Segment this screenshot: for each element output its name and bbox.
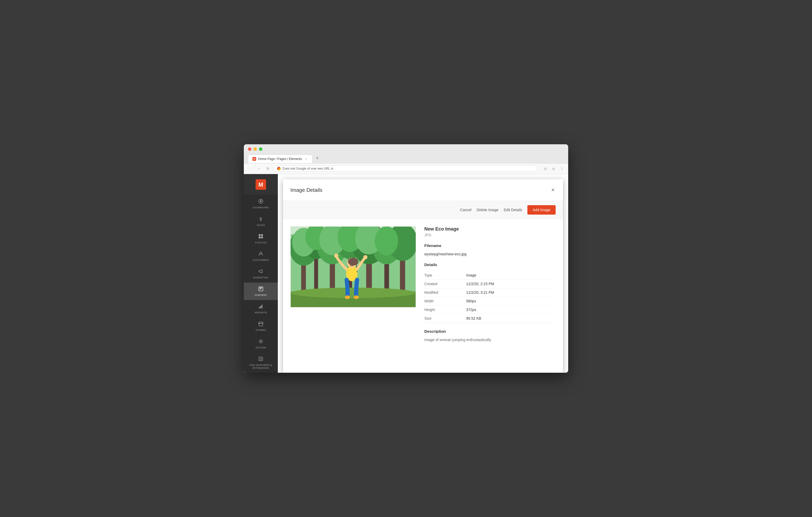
forward-button[interactable]: → [256,165,262,172]
google-icon [277,167,281,171]
sidebar-item-catalog[interactable]: CATALOG [244,230,278,247]
sidebar: M DASHBOARD $ [244,174,278,373]
detail-row-width: Width 580px [424,297,556,306]
refresh-button[interactable]: ↻ [265,165,271,172]
minimize-window-button[interactable] [254,147,257,151]
address-text: Zoek met Google of voer een URL in [282,167,333,171]
size-value: 95.52 KB [466,316,481,321]
sidebar-item-customers[interactable]: CUSTOMERS [244,247,278,265]
svg-rect-9 [261,237,263,238]
sidebar-item-reports[interactable]: REPORTS [244,300,278,317]
delete-image-button[interactable]: Delete Image [476,208,498,212]
image-details-modal: Image Details × Cancel Delete Image Edit… [283,179,563,373]
image-type: JPG [424,233,556,237]
tab-favicon: M [253,157,256,161]
details-section: Details Type Image Created 11/2/20, 2:15… [424,263,556,323]
width-value: 580px [466,299,476,303]
svg-rect-12 [260,287,262,288]
svg-rect-13 [260,289,261,290]
browser-tabs: M Home Page / Pages / Elements × + [248,153,564,163]
marketing-icon [258,269,263,275]
address-bar[interactable]: Zoek met Google of voer een URL in [273,165,537,172]
svg-rect-8 [259,237,261,238]
menu-button[interactable]: ⋮ [559,165,565,172]
sidebar-item-stores[interactable]: STORES [244,317,278,335]
maximize-window-button[interactable] [259,147,262,151]
app-container: M DASHBOARD $ [244,174,568,373]
type-value: Image [466,273,476,277]
modal-body: New Eco Image JPG Filename wysiwyg/new/n… [283,219,563,373]
back-button[interactable]: ← [247,165,253,172]
svg-rect-6 [259,234,261,236]
sidebar-item-system[interactable]: SYSTEM [244,335,278,353]
svg-text:M: M [258,181,263,188]
browser-actions: ◇ ☺ ⋮ [542,165,565,172]
browser-window: M Home Page / Pages / Elements × + ← → ↻… [244,144,568,373]
sidebar-item-label-marketing: MARKETING [253,276,268,279]
svg-text:$: $ [260,217,262,221]
modal-header: Image Details × [283,179,563,201]
sidebar-item-label-dashboard: DASHBOARD [253,206,269,209]
image-details: New Eco Image JPG Filename wysiwyg/new/n… [424,226,556,365]
image-name: New Eco Image [424,226,556,232]
sidebar-item-marketing[interactable]: MARKETING [244,265,278,282]
sidebar-item-label-catalog: CATALOG [255,241,267,244]
tab-title: Home Page / Pages / Elements [258,157,302,161]
modified-label: Modified [424,291,466,295]
svg-rect-16 [262,305,262,308]
svg-point-18 [260,341,262,342]
detail-row-type: Type Image [424,271,556,280]
cancel-button[interactable]: Cancel [460,208,472,212]
svg-rect-53 [291,226,416,307]
detail-row-height: Height 372px [424,306,556,314]
filename-label: Filename [424,243,556,249]
svg-point-3 [260,201,262,202]
magento-logo-icon: M [256,179,266,190]
browser-tab-active[interactable]: M Home Page / Pages / Elements × [248,154,313,163]
system-icon [258,339,263,345]
sidebar-logo: M [244,174,278,195]
browser-addressbar: ← → ↻ Zoek met Google of voer een URL in… [244,163,568,174]
sidebar-item-dashboard[interactable]: DASHBOARD [244,195,278,213]
sidebar-item-label-partners: FIND PARTNERS & EXTENSIONS [246,364,276,370]
tab-close-button[interactable]: × [304,157,308,161]
reports-icon [258,304,263,310]
new-tab-button[interactable]: + [313,153,322,163]
modal-toolbar: Cancel Delete Image Edit Details Add Ima… [283,201,563,219]
svg-rect-17 [259,323,263,326]
created-value: 11/2/20, 2:15 PM [466,282,494,286]
details-section-title: Details [424,263,556,268]
sidebar-item-label-customers: CUSTOMERS [253,259,269,262]
description-section-title: Description [424,329,556,335]
svg-point-20 [260,358,262,360]
profile-button[interactable]: ☺ [550,165,557,172]
width-label: Width [424,299,466,303]
height-label: Height [424,308,466,312]
svg-rect-7 [261,234,263,236]
sidebar-item-sales[interactable]: $ SALES [244,213,278,230]
filename-value: wysiwyg/new/new-eco.jpg [424,252,556,256]
detail-row-created: Created 11/2/20, 2:15 PM [424,280,556,288]
filename-section: Filename wysiwyg/new/new-eco.jpg [424,243,556,256]
sales-icon: $ [258,216,263,223]
edit-details-button[interactable]: Edit Details [503,208,522,212]
sidebar-item-label-system: SYSTEM [256,346,266,349]
main-area: Hor Se Sh... Pa... 4/... [278,174,568,373]
sidebar-item-label-stores: STORES [256,329,266,331]
sidebar-item-content[interactable]: CONTENT [244,282,278,300]
close-window-button[interactable] [248,147,252,151]
extensions-button[interactable]: ◇ [542,165,548,172]
customers-icon [258,251,263,258]
dashboard-icon [258,199,263,205]
modal-close-button[interactable]: × [550,186,556,194]
type-label: Type [424,273,466,277]
content-icon [258,286,263,293]
sidebar-item-label-reports: REPORTS [255,311,267,314]
add-image-button[interactable]: Add Image [527,205,556,215]
browser-titlebar: M Home Page / Pages / Elements × + [244,144,568,163]
image-preview [290,226,416,365]
sidebar-item-partners[interactable]: FIND PARTNERS & EXTENSIONS [244,353,278,373]
sidebar-item-label-content: CONTENT [255,294,267,296]
size-label: Size [424,316,466,321]
created-label: Created [424,282,466,286]
